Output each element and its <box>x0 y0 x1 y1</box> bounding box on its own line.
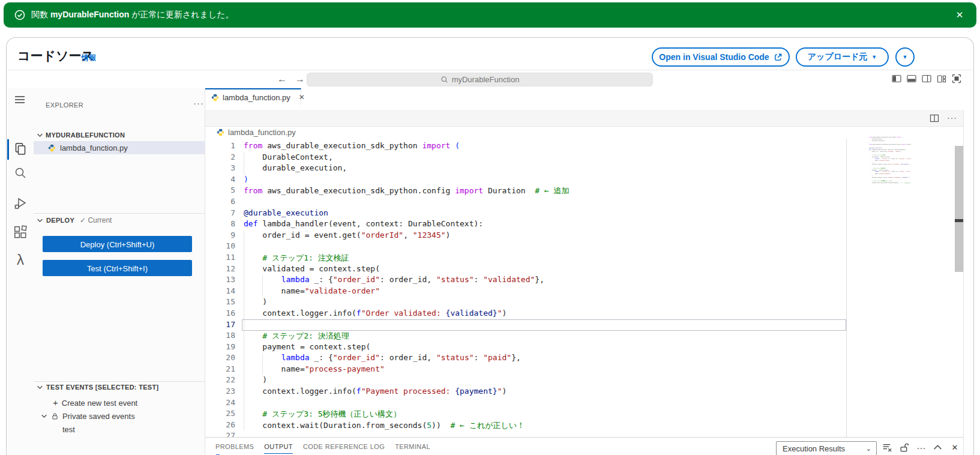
line-number[interactable]: 21 <box>205 364 244 376</box>
panel-tab-code-reference-log[interactable]: CODE REFERENCE LOG <box>303 443 385 454</box>
unlock-icon[interactable] <box>899 442 910 453</box>
layout-sidebar-right-icon[interactable] <box>921 73 932 84</box>
line-number[interactable]: 1 <box>205 141 244 152</box>
breadcrumb[interactable]: lambda_function.py <box>217 128 296 137</box>
code-line[interactable]: # ステップ2: 決済処理 <box>244 331 922 342</box>
code-line[interactable]: context.logger.info(f"Order validated: {… <box>244 309 922 320</box>
code-line[interactable]: validated = context.step( <box>244 264 922 276</box>
line-number[interactable]: 17 <box>205 320 244 331</box>
split-editor-icon[interactable] <box>930 113 939 123</box>
code-line[interactable]: name="process-payment" <box>244 364 922 376</box>
code-line[interactable]: ) <box>244 175 922 186</box>
panel-tab-output[interactable]: OUTPUT <box>264 443 293 454</box>
line-number[interactable]: 15 <box>205 297 244 309</box>
info-link[interactable]: 情報 <box>82 53 96 63</box>
menu-icon[interactable] <box>13 93 28 107</box>
code-line[interactable]: @durable_execution <box>244 208 922 220</box>
close-tab-icon[interactable]: ✕ <box>299 93 305 101</box>
maximize-icon[interactable] <box>951 73 962 84</box>
line-number[interactable]: 12 <box>205 264 244 276</box>
explorer-more-icon[interactable]: ··· <box>193 98 204 108</box>
explorer-file-item[interactable]: lambda_function.py <box>34 141 205 154</box>
extensions-icon[interactable] <box>13 225 28 240</box>
code-line[interactable]: ) <box>244 375 922 387</box>
close-panel-icon[interactable]: ✕ <box>949 442 960 453</box>
code-line[interactable]: from aws_durable_execution_sdk_python im… <box>244 141 922 152</box>
files-icon[interactable] <box>13 142 28 156</box>
private-saved-events-item[interactable]: Private saved events <box>41 410 135 422</box>
scrollbar-thumb[interactable] <box>955 146 963 272</box>
line-number[interactable]: 10 <box>205 241 244 253</box>
line-number[interactable]: 8 <box>205 219 244 231</box>
code-line[interactable] <box>244 197 922 208</box>
forward-arrow-icon[interactable]: → <box>293 72 307 86</box>
line-number[interactable]: 13 <box>205 275 244 286</box>
line-number[interactable]: 26 <box>205 420 244 432</box>
project-root-item[interactable]: MYDURABLEFUNCTION <box>34 129 205 141</box>
line-number[interactable]: 2 <box>205 152 244 164</box>
code-line[interactable]: # ステップ1: 注文検証 <box>244 253 922 264</box>
code-line[interactable]: payment = context.step( <box>244 342 922 354</box>
code-line[interactable] <box>869 184 876 185</box>
minimap[interactable]: from aws_durable_execution_sdk_python im… <box>869 136 911 196</box>
line-number[interactable]: 6 <box>205 197 244 208</box>
back-arrow-icon[interactable]: ← <box>275 72 289 86</box>
line-number[interactable]: 9 <box>205 231 244 242</box>
deploy-button[interactable]: Deploy (Ctrl+Shift+U) <box>43 236 192 252</box>
code-area[interactable]: from aws_durable_execution_sdk_python im… <box>244 141 922 442</box>
code-line[interactable]: context.wait(Duration.from_seconds(5)) #… <box>244 420 922 432</box>
code-line[interactable]: ) <box>244 297 922 309</box>
test-events-section-header[interactable]: TEST EVENTS [SELECTED: TEST] <box>37 384 158 391</box>
code-line[interactable] <box>244 241 922 253</box>
more-actions-icon[interactable]: ··· <box>916 442 927 453</box>
open-vscode-button[interactable]: Open in Visual Studio Code <box>652 47 790 67</box>
line-number[interactable]: 5 <box>205 185 244 197</box>
banner-close-icon[interactable]: ✕ <box>954 9 966 21</box>
output-channel-select[interactable]: Execution Results ⌄ <box>776 441 877 455</box>
line-number[interactable]: 11 <box>205 253 244 264</box>
line-number[interactable]: 25 <box>205 409 244 420</box>
search-icon[interactable] <box>13 166 28 180</box>
code-line[interactable]: # ステップ3: 5秒待機（正しい構文） <box>244 409 922 420</box>
customize-layout-icon[interactable] <box>936 73 947 84</box>
code-line[interactable] <box>244 398 922 409</box>
code-line[interactable]: context.logger.info(f"Payment processed:… <box>244 387 922 398</box>
code-line[interactable]: DurableContext, <box>244 152 922 164</box>
code-line[interactable]: def lambda_handler(event, context: Durab… <box>244 219 922 231</box>
upload-from-button[interactable]: アップロード元 ▼ <box>796 47 889 67</box>
more-actions-icon[interactable]: ··· <box>947 113 957 123</box>
line-number[interactable]: 14 <box>205 286 244 298</box>
line-number[interactable]: 18 <box>205 331 244 342</box>
line-number[interactable]: 3 <box>205 163 244 175</box>
code-line[interactable]: order_id = event.get("orderId", "12345") <box>244 231 922 242</box>
code-line[interactable]: name="validate-order" <box>244 286 922 298</box>
maximize-panel-icon[interactable] <box>933 442 943 453</box>
layout-panel-icon[interactable] <box>906 73 917 84</box>
editor-tab-lambda-function[interactable]: lambda_function.py ✕ <box>205 88 301 105</box>
line-number[interactable]: 23 <box>205 387 244 398</box>
create-test-event-item[interactable]: + Create new test event <box>53 397 137 409</box>
vertical-scrollbar[interactable] <box>955 136 963 455</box>
test-event-item[interactable]: test <box>62 423 75 435</box>
aws-lambda-icon[interactable]: λ <box>13 253 28 267</box>
line-number[interactable]: 4 <box>205 175 244 186</box>
line-number[interactable]: 16 <box>205 309 244 320</box>
clear-output-icon[interactable] <box>882 442 893 453</box>
test-button[interactable]: Test (Ctrl+Shift+I) <box>43 260 192 276</box>
code-line[interactable]: durable_execution, <box>244 163 922 175</box>
run-debug-icon[interactable] <box>13 196 28 211</box>
line-number[interactable]: 19 <box>205 342 244 354</box>
code-line[interactable]: from aws_durable_execution_sdk_python.co… <box>244 185 922 197</box>
line-number[interactable]: 7 <box>205 208 244 220</box>
layout-sidebar-left-icon[interactable] <box>891 73 902 84</box>
command-search-input[interactable]: myDurableFunction <box>307 73 653 86</box>
code-line[interactable]: lambda _: {"order_id": order_id, "status… <box>244 275 922 286</box>
line-number[interactable]: 20 <box>205 353 244 364</box>
more-options-button[interactable]: ▼ <box>895 47 915 67</box>
code-line[interactable]: lambda _: {"order_id": order_id, "status… <box>244 353 922 364</box>
deploy-section-header[interactable]: DEPLOY ✓ Current <box>37 216 112 224</box>
line-number[interactable]: 22 <box>205 375 244 387</box>
panel-tab-terminal[interactable]: TERMINAL <box>395 443 430 454</box>
panel-tab-problems[interactable]: PROBLEMS <box>215 443 254 454</box>
line-number[interactable]: 24 <box>205 398 244 409</box>
